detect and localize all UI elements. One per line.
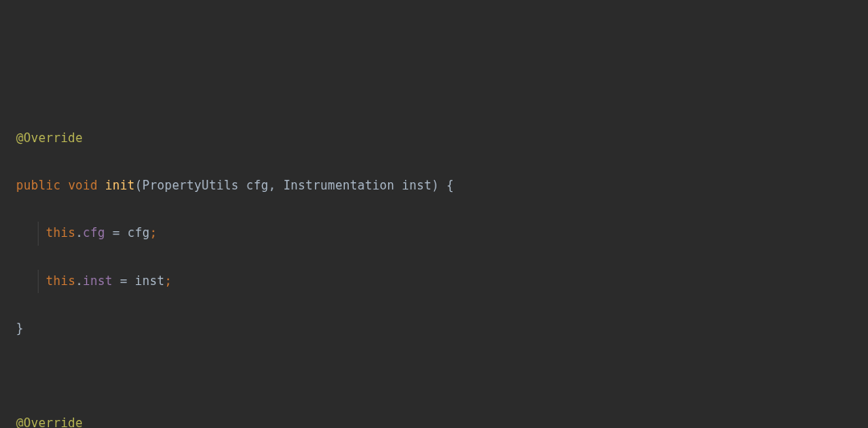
dot: .	[76, 274, 83, 288]
semicolon: ;	[165, 274, 172, 288]
code-line: public void init(PropertyUtils cfg, Inst…	[16, 174, 868, 198]
lparen: (	[135, 178, 142, 193]
ident-inst: inst	[135, 274, 165, 288]
annotation: @Override	[16, 416, 83, 428]
param-inst: inst	[402, 178, 432, 193]
keyword-this: this	[46, 274, 76, 288]
eq: =	[105, 226, 128, 240]
semicolon: ;	[149, 226, 157, 240]
keyword-this: this	[46, 226, 76, 240]
code-line: @Override	[16, 127, 868, 151]
code-line: this.inst = inst;	[16, 270, 868, 294]
method-init: init	[105, 178, 135, 193]
rbrace: }	[16, 321, 23, 336]
type-instrumentation: Instrumentation	[283, 178, 394, 193]
ident-cfg: cfg	[128, 226, 150, 240]
keyword-public: public	[16, 178, 60, 193]
param-cfg: cfg	[246, 178, 268, 193]
code-line: @Override	[16, 412, 868, 428]
code-line	[16, 365, 868, 389]
type-propertyutils: PropertyUtils	[142, 178, 239, 193]
field-cfg: cfg	[83, 226, 105, 240]
dot: .	[76, 226, 83, 240]
code-line: }	[16, 317, 868, 341]
code-line: this.cfg = cfg;	[16, 222, 868, 246]
rparen: )	[432, 178, 439, 193]
annotation: @Override	[16, 131, 83, 145]
comma: ,	[268, 178, 276, 193]
lbrace: {	[446, 178, 453, 193]
field-inst: inst	[83, 274, 113, 288]
keyword-void: void	[68, 178, 98, 193]
code-editor[interactable]: @Override public void init(PropertyUtils…	[16, 103, 868, 428]
eq: =	[113, 274, 135, 288]
